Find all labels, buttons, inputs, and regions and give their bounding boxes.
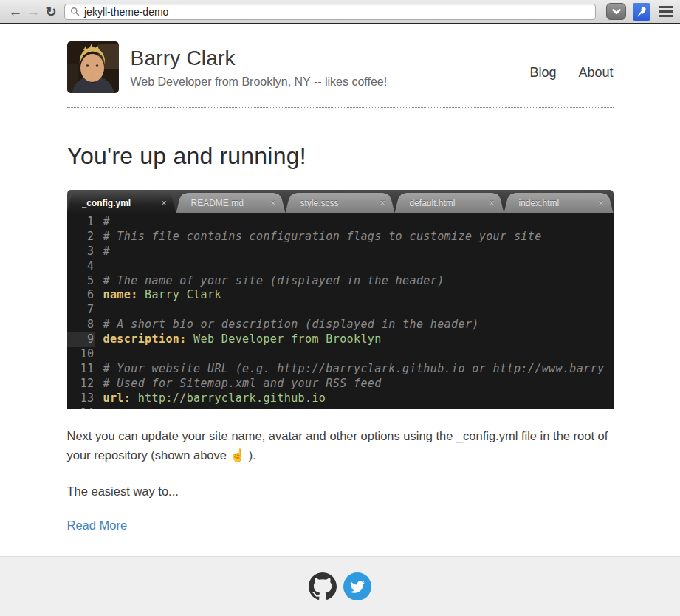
line-number: 1: [67, 215, 95, 230]
code-text: name: Barry Clark: [95, 288, 614, 303]
editor-tab: README.md×: [176, 193, 286, 213]
editor-screenshot: _config.yml×README.md×style.scss×default…: [67, 190, 614, 409]
chevron-down-icon: [611, 7, 622, 16]
line-number: 14: [67, 406, 95, 409]
pushpin-icon: [635, 5, 648, 18]
code-line: 9description: Web Developer from Brookly…: [67, 332, 614, 347]
hamburger-icon: [659, 6, 673, 8]
code-text: # The name of your site (displayed in th…: [95, 274, 614, 289]
bookmark-pin-button[interactable]: [633, 3, 650, 21]
code-text: #: [95, 215, 614, 230]
nav-link-blog[interactable]: Blog: [529, 65, 556, 81]
editor-tabbar: _config.yml×README.md×style.scss×default…: [67, 190, 614, 213]
code-text: # A short bio or description (displayed …: [95, 318, 614, 332]
url-text: jekyll-theme-demo: [84, 6, 168, 18]
code-line: 7: [67, 303, 614, 318]
page-content: Barry Clark Web Developer from Brooklyn,…: [0, 24, 680, 556]
back-button[interactable]: ←: [7, 1, 24, 22]
code-line: 3#: [67, 244, 614, 259]
line-number: 9: [67, 332, 95, 347]
avatar: [67, 41, 119, 93]
line-number: 11: [67, 362, 95, 377]
editor-tab-label: _config.yml: [82, 198, 156, 208]
code-text: [95, 303, 614, 318]
paragraph-text: Next you can update your site name, avat…: [67, 429, 608, 462]
code-line: 1#: [67, 215, 614, 230]
site-name-link[interactable]: Barry Clark: [131, 47, 388, 70]
pocket-button[interactable]: [606, 3, 626, 20]
code-text: # Used for Sitemap.xml and your RSS feed: [95, 377, 614, 391]
editor-tab: _config.yml×: [67, 193, 176, 213]
paragraph-text-end: ).: [245, 448, 256, 462]
header-divider: [67, 107, 614, 108]
line-number: 12: [67, 377, 95, 391]
site-tagline: Web Developer from Brooklyn, NY -- likes…: [131, 75, 388, 89]
code-line: 6name: Barry Clark: [67, 288, 614, 303]
github-icon: [309, 572, 337, 600]
tab-close-icon: ×: [592, 198, 603, 208]
browser-toolbar: ← → ↻ jekyll-theme-demo: [0, 0, 680, 24]
line-number: 10: [67, 347, 95, 362]
site-header: Barry Clark Web Developer from Brooklyn,…: [67, 24, 614, 107]
code-line: 4: [67, 259, 614, 274]
forward-button[interactable]: →: [24, 1, 42, 22]
editor-tab: style.scss×: [286, 193, 395, 213]
twitter-icon: [350, 579, 365, 594]
tab-close-icon: ×: [374, 198, 385, 208]
site-nav: Blog About: [529, 65, 613, 81]
post-title: You're up and running!: [67, 143, 614, 170]
code-text: [95, 347, 614, 362]
code-line: 12# Used for Sitemap.xml and your RSS fe…: [67, 377, 614, 391]
code-area: 1#2# This file contains configuration fl…: [67, 213, 614, 409]
reload-button[interactable]: ↻: [42, 1, 60, 22]
editor-tab: default.html×: [395, 193, 504, 213]
code-text: description: Web Developer from Brooklyn: [95, 332, 614, 347]
line-number: 8: [67, 318, 95, 332]
address-bar[interactable]: jekyll-theme-demo: [64, 4, 596, 20]
nav-link-about[interactable]: About: [578, 65, 613, 81]
tab-close-icon: ×: [155, 198, 166, 208]
code-line: 13url: http://barryclark.github.io: [67, 391, 614, 406]
menu-button[interactable]: [659, 6, 673, 17]
twitter-link[interactable]: [343, 572, 371, 600]
editor-tab-label: README.md: [191, 198, 265, 208]
post-paragraph-teaser: The easiest way to...: [67, 482, 614, 502]
site-footer: [0, 556, 680, 616]
line-number: 3: [67, 244, 95, 259]
line-number: 5: [67, 274, 95, 289]
editor-tab: index.html×: [504, 193, 614, 213]
editor-tab-label: default.html: [410, 198, 484, 208]
line-number: 2: [67, 230, 95, 244]
code-line: 8# A short bio or description (displayed…: [67, 318, 614, 332]
tab-close-icon: ×: [483, 198, 494, 208]
search-icon: [70, 7, 80, 16]
editor-tab-label: style.scss: [300, 198, 374, 208]
point-up-emoji-icon: ☝: [230, 448, 246, 462]
code-line: 11# Your website URL (e.g. http://barryc…: [67, 362, 614, 377]
code-text: # Your website URL (e.g. http://barrycla…: [95, 362, 614, 377]
read-more-link[interactable]: Read More: [67, 519, 128, 533]
code-line: 5# The name of your site (displayed in t…: [67, 274, 614, 289]
code-text: # This file contains configuration flags…: [95, 230, 614, 244]
code-line: 2# This file contains configuration flag…: [67, 230, 614, 244]
line-number: 13: [67, 391, 95, 406]
code-text: #: [95, 244, 614, 259]
github-link[interactable]: [309, 572, 337, 600]
browser-window: ← → ↻ jekyll-theme-demo: [0, 0, 680, 616]
code-text: url: http://barryclark.github.io: [95, 391, 614, 406]
code-text: [95, 259, 614, 274]
line-number: 6: [67, 288, 95, 303]
tab-close-icon: ×: [264, 198, 275, 208]
code-text: [95, 406, 614, 409]
post-paragraph: Next you can update your site name, avat…: [67, 427, 614, 465]
editor-tab-label: index.html: [519, 198, 593, 208]
line-number: 4: [67, 259, 95, 274]
line-number: 7: [67, 303, 95, 318]
code-line: 14: [67, 406, 614, 409]
code-line: 10: [67, 347, 614, 362]
